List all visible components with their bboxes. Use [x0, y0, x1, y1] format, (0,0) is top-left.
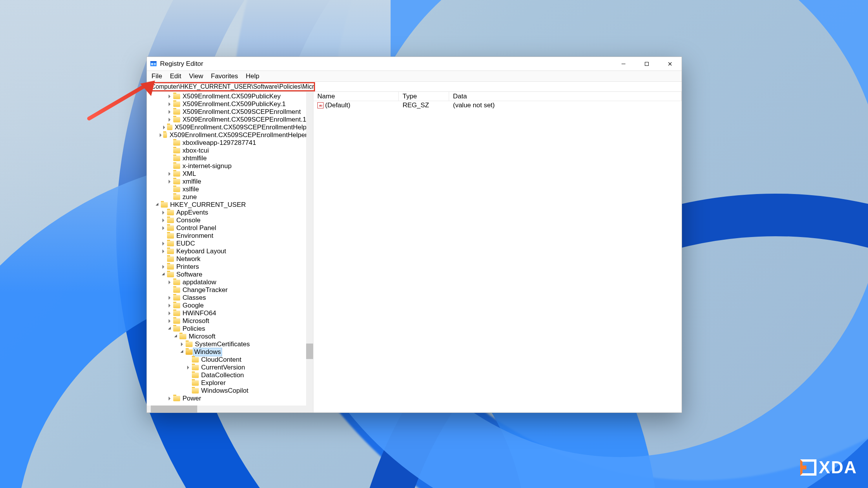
tree-item[interactable]: Policies	[148, 325, 313, 333]
tree-item[interactable]: SystemCertificates	[148, 340, 313, 348]
tree-item[interactable]: Environment	[148, 232, 313, 240]
tree-item[interactable]: CloudContent	[148, 356, 313, 364]
chevron-down-icon[interactable]	[179, 349, 185, 355]
chevron-right-icon[interactable]	[160, 210, 166, 216]
tree-view[interactable]: X509Enrollment.CX509PublicKeyX509Enrollm…	[147, 92, 313, 406]
tree-item[interactable]: xslfile	[148, 186, 313, 193]
chevron-down-icon[interactable]	[172, 333, 179, 340]
tree-item[interactable]: Console	[148, 217, 313, 224]
tree-item[interactable]: xboxliveapp-1297287741	[148, 139, 313, 147]
menu-edit[interactable]: Edit	[166, 71, 185, 81]
tree-item[interactable]: X509Enrollment.CX509PublicKey.1	[148, 100, 313, 108]
tree-item-label: X509Enrollment.CX509PublicKey.1	[182, 100, 286, 108]
tree-vertical-scroll-thumb[interactable]	[306, 344, 313, 359]
folder-icon	[186, 342, 193, 347]
tree-item[interactable]: X509Enrollment.CX509SCEPEnrollmentHelper	[148, 124, 313, 131]
chevron-right-icon[interactable]	[160, 264, 166, 270]
tree-horizontal-scrollbar[interactable]	[147, 406, 313, 412]
tree-item[interactable]: zune	[148, 193, 313, 201]
chevron-right-icon[interactable]	[166, 93, 172, 100]
values-header: Name Type Data	[313, 92, 682, 101]
chevron-right-icon[interactable]	[160, 248, 166, 254]
chevron-right-icon[interactable]	[160, 241, 166, 247]
tree-item-label: XML	[182, 170, 197, 178]
chevron-right-icon[interactable]	[166, 101, 172, 107]
chevron-right-icon[interactable]	[160, 217, 166, 223]
menu-favorites[interactable]: Favorites	[207, 71, 242, 81]
tree-item[interactable]: Power	[148, 395, 313, 402]
chevron-right-icon[interactable]	[185, 364, 191, 371]
close-button[interactable]	[658, 57, 682, 71]
tree-item[interactable]: xmlfile	[148, 178, 313, 186]
value-row[interactable]: (Default)REG_SZ(value not set)	[313, 101, 682, 110]
values-list[interactable]: (Default)REG_SZ(value not set)	[313, 101, 682, 412]
addressbar: Computer\HKEY_CURRENT_USER\Software\Poli…	[147, 82, 682, 92]
chevron-down-icon[interactable]	[166, 326, 172, 332]
tree-item[interactable]: DataCollection	[148, 371, 313, 379]
tree-item[interactable]: X509Enrollment.CX509SCEPEnrollment	[148, 108, 313, 116]
folder-icon	[167, 125, 172, 130]
menu-help[interactable]: Help	[242, 71, 263, 81]
column-header-name[interactable]: Name	[313, 92, 399, 101]
tree-item[interactable]: CurrentVersion	[148, 364, 313, 371]
minimize-button[interactable]	[612, 57, 635, 71]
tree-item[interactable]: Printers	[148, 263, 313, 271]
column-header-type[interactable]: Type	[399, 92, 449, 101]
tree-item-label: Software	[176, 271, 203, 278]
chevron-right-icon[interactable]	[166, 109, 172, 115]
chevron-right-icon[interactable]	[166, 179, 172, 185]
tree-item[interactable]: AppEvents	[148, 209, 313, 217]
chevron-right-icon[interactable]	[166, 310, 172, 316]
chevron-right-icon[interactable]	[166, 395, 172, 402]
address-field[interactable]: Computer\HKEY_CURRENT_USER\Software\Poli…	[148, 82, 315, 91]
tree-item[interactable]: Control Panel	[148, 224, 313, 232]
column-header-data[interactable]: Data	[449, 92, 682, 101]
chevron-right-icon[interactable]	[179, 341, 185, 347]
tree-horizontal-scroll-thumb[interactable]	[151, 406, 197, 412]
menu-view[interactable]: View	[185, 71, 207, 81]
chevron-right-icon[interactable]	[158, 132, 162, 138]
chevron-right-icon[interactable]	[166, 295, 172, 301]
tree-item[interactable]: XML	[148, 170, 313, 178]
chevron-right-icon[interactable]	[160, 225, 166, 231]
tree-item[interactable]: X509Enrollment.CX509SCEPEnrollment.1	[148, 116, 313, 124]
chevron-right-icon[interactable]	[166, 171, 172, 177]
tree-item[interactable]: appdatalow	[148, 278, 313, 286]
tree-item[interactable]: Classes	[148, 294, 313, 302]
tree-item[interactable]: ChangeTracker	[148, 286, 313, 294]
tree-item[interactable]: Network	[148, 255, 313, 263]
chevron-right-icon[interactable]	[166, 117, 172, 123]
tree-item[interactable]: Windows	[148, 348, 313, 356]
chevron-right-icon[interactable]	[162, 124, 166, 131]
tree-item[interactable]: X509Enrollment.CX509SCEPEnrollmentHelper…	[148, 131, 313, 139]
folder-icon	[173, 295, 180, 301]
tree-item-label: xslfile	[182, 186, 200, 193]
tree-item[interactable]: Keyboard Layout	[148, 247, 313, 255]
chevron-down-icon[interactable]	[160, 271, 166, 278]
titlebar[interactable]: Registry Editor	[147, 57, 682, 71]
tree-item[interactable]: Google	[148, 302, 313, 309]
maximize-button[interactable]	[635, 57, 658, 71]
tree-pane: X509Enrollment.CX509PublicKeyX509Enrollm…	[147, 92, 313, 412]
tree-item[interactable]: Software	[148, 271, 313, 278]
tree-item[interactable]: xbox-tcui	[148, 147, 313, 155]
chevron-right-icon[interactable]	[166, 279, 172, 285]
tree-item[interactable]: EUDC	[148, 240, 313, 247]
chevron-right-icon[interactable]	[166, 302, 172, 309]
tree-item-label: x-internet-signup	[182, 162, 232, 170]
tree-item[interactable]: Microsoft	[148, 317, 313, 325]
tree-item[interactable]: HWiNFO64	[148, 309, 313, 317]
tree-item[interactable]: Microsoft	[148, 333, 313, 340]
chevron-down-icon[interactable]	[154, 202, 160, 208]
tree-item[interactable]: xhtmlfile	[148, 155, 313, 162]
tree-item[interactable]: Explorer	[148, 379, 313, 387]
tree-item[interactable]: x-internet-signup	[148, 162, 313, 170]
tree-vertical-scrollbar[interactable]	[306, 92, 313, 406]
tree-item-label: Classes	[182, 294, 207, 302]
menu-file[interactable]: File	[148, 71, 166, 81]
tree-item[interactable]: WindowsCopilot	[148, 387, 313, 395]
tree-item[interactable]: X509Enrollment.CX509PublicKey	[148, 93, 313, 100]
chevron-right-icon[interactable]	[166, 318, 172, 324]
tree-item[interactable]: HKEY_CURRENT_USER	[148, 201, 313, 209]
folder-icon	[167, 241, 174, 246]
